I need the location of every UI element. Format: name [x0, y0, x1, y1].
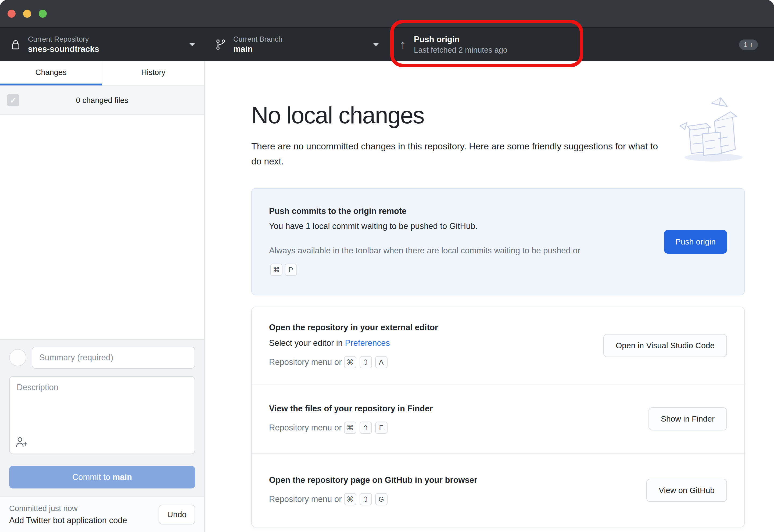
description-input[interactable] [10, 377, 195, 454]
chevron-down-icon [373, 43, 379, 46]
current-repository-button[interactable]: Current Repository snes-soundtracks [0, 28, 205, 61]
cmd-key: ⌘ [344, 493, 356, 505]
tab-history[interactable]: History [102, 61, 204, 85]
undo-commit-bar: Committed just now Add Twitter bot appli… [0, 497, 204, 532]
commit-message-text: Add Twitter bot application code [9, 514, 127, 527]
paper-stack-illustration [680, 96, 750, 167]
arrow-up-icon: ↑ [750, 41, 753, 49]
push-origin-button[interactable]: Push origin [664, 230, 727, 254]
zoom-window-button[interactable] [39, 10, 47, 18]
git-branch-icon [216, 39, 226, 50]
current-branch-button[interactable]: Current Branch main [205, 28, 390, 61]
g-key: G [375, 493, 388, 505]
add-coauthor-icon[interactable] [16, 436, 28, 449]
sidebar-tabs: Changes History [0, 61, 204, 86]
titlebar [0, 0, 774, 27]
changed-files-row[interactable]: ✓ 0 changed files [0, 86, 204, 115]
show-in-finder-row: View the files of your repository in Fin… [252, 384, 744, 453]
push-card-body: You have 1 local commit waiting to be pu… [269, 221, 629, 231]
a-key: A [375, 356, 388, 368]
view-on-github-row: Open the repository page on GitHub in yo… [252, 453, 744, 527]
changes-list-empty [0, 115, 204, 339]
avatar [9, 349, 26, 366]
commit-to-main-button[interactable]: Commit to main [9, 466, 195, 488]
show-in-finder-button[interactable]: Show in Finder [648, 407, 727, 430]
sidebar: Changes History ✓ 0 changed files [0, 61, 205, 532]
summary-input[interactable] [32, 347, 195, 369]
push-card-title: Push commits to the origin remote [269, 206, 629, 216]
shift-key: ⇧ [360, 422, 372, 434]
ahead-commits-badge: 1 ↑ [739, 39, 758, 50]
minimize-window-button[interactable] [23, 10, 31, 18]
push-origin-label: Push origin [414, 34, 722, 45]
push-card-hint: Always available in the toolbar when the… [269, 242, 586, 276]
close-window-button[interactable] [8, 10, 16, 18]
open-in-vscode-button[interactable]: Open in Visual Studio Code [603, 334, 727, 357]
badge-count: 1 [744, 41, 748, 49]
shift-key: ⇧ [360, 493, 372, 505]
shift-key: ⇧ [360, 356, 372, 368]
tab-changes[interactable]: Changes [0, 61, 102, 85]
suggested-actions-card: Open the repository in your external edi… [251, 307, 745, 527]
action-title: Open the repository in your external edi… [269, 323, 438, 332]
action-shortcut: Repository menu or ⌘⇧G [269, 493, 477, 505]
undo-button[interactable]: Undo [159, 505, 195, 524]
current-branch-value: main [233, 44, 373, 55]
push-commits-card: Push commits to the origin remote You ha… [251, 188, 745, 295]
lock-icon [11, 39, 20, 50]
chevron-down-icon [189, 43, 195, 46]
github-desktop-window: Current Repository snes-soundtracks Curr… [0, 0, 774, 532]
current-branch-label: Current Branch [233, 35, 373, 44]
traffic-lights [8, 10, 47, 18]
cmd-key: ⌘ [344, 356, 356, 368]
push-origin-toolbar-button[interactable]: ↑ Push origin Last fetched 2 minutes ago… [390, 28, 774, 61]
select-all-checkbox[interactable]: ✓ [7, 94, 19, 106]
view-on-github-button[interactable]: View on GitHub [646, 479, 727, 502]
commit-form: Commit to main [0, 339, 204, 497]
p-key: P [285, 264, 297, 276]
toolbar: Current Repository snes-soundtracks Curr… [0, 27, 774, 61]
preferences-link[interactable]: Preferences [345, 338, 390, 348]
page-subtitle: There are no uncommitted changes in this… [251, 139, 671, 169]
changed-files-count: 0 changed files [0, 96, 204, 105]
committed-status-text: Committed just now [9, 502, 127, 514]
current-repository-label: Current Repository [28, 35, 189, 44]
action-title: View the files of your repository in Fin… [269, 404, 433, 414]
cmd-key: ⌘ [270, 264, 282, 276]
f-key: F [375, 422, 388, 434]
cmd-key: ⌘ [344, 422, 356, 434]
action-subtitle: Select your editor in Preferences [269, 338, 438, 348]
arrow-up-icon: ↑ [400, 39, 406, 51]
action-shortcut: Repository menu or ⌘⇧F [269, 422, 433, 434]
main-content: No local changes There are no uncommitte… [205, 61, 774, 532]
action-shortcut: Repository menu or ⌘⇧A [269, 356, 438, 368]
action-title: Open the repository page on GitHub in yo… [269, 475, 477, 485]
last-fetched-text: Last fetched 2 minutes ago [414, 45, 722, 55]
description-field [9, 376, 195, 454]
open-in-editor-row: Open the repository in your external edi… [252, 307, 744, 384]
current-repository-value: snes-soundtracks [28, 44, 189, 55]
